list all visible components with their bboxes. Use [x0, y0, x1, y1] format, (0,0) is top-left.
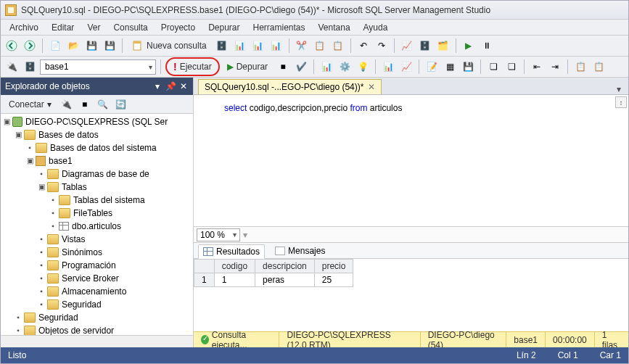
stop-icon[interactable]: ⏸ [479, 38, 495, 54]
menu-consulta[interactable]: Consulta [107, 21, 153, 34]
start-icon[interactable]: ▶ [461, 38, 477, 54]
actual-plan-icon[interactable]: 📊 [380, 59, 396, 75]
uncomment-icon[interactable]: ❏ [503, 59, 519, 75]
specify-template-icon[interactable]: 📋 [572, 59, 588, 75]
explorer-scrollbar[interactable] [1, 335, 193, 347]
tree-system-tables[interactable]: ▪Tablas del sistema [49, 194, 193, 207]
new-project-icon[interactable]: 📄 [47, 38, 63, 54]
comment-icon[interactable]: ❏ [485, 59, 501, 75]
tree-server[interactable]: ▣DIEGO-PC\SQLEXPRESS (SQL Ser [2, 115, 193, 128]
tree-label: Seguridad [37, 311, 80, 324]
col-precio[interactable]: precio [314, 260, 353, 273]
cell-precio[interactable]: 25 [314, 273, 353, 287]
sql-editor[interactable]: ↕ select codigo,descripcion,precio from … [194, 95, 628, 226]
cancel-query-icon[interactable]: ■ [275, 59, 291, 75]
menu-editar[interactable]: Editar [46, 21, 80, 34]
folder-icon [59, 195, 70, 205]
save-all-icon[interactable]: 💾 [102, 38, 118, 54]
decrease-indent-icon[interactable]: ⇤ [529, 59, 545, 75]
mdx-query-icon[interactable]: 📊 [232, 38, 248, 54]
document-tab[interactable]: SQLQuery10.sql -...EGO-PC\diego (54))* ✕ [198, 79, 382, 94]
close-icon[interactable]: ✕ [178, 81, 189, 91]
tree-databases[interactable]: ▣Bases de datos [14, 128, 193, 141]
menu-ventana[interactable]: Ventana [313, 21, 356, 34]
forward-button[interactable] [22, 38, 38, 54]
object-explorer-icon[interactable]: 🗂️ [435, 38, 451, 54]
connect-button[interactable]: Conectar ▾ [4, 96, 57, 112]
new-query-button[interactable]: Nueva consulta [127, 38, 212, 54]
tabstrip-dropdown[interactable]: ▾ [614, 84, 624, 94]
cell-descripcion[interactable]: peras [255, 273, 315, 287]
results-grid-icon[interactable]: ▦ [442, 59, 458, 75]
available-db-icon[interactable]: 🗄️ [22, 59, 38, 75]
menu-archivo[interactable]: Archivo [4, 21, 44, 34]
stop-icon[interactable]: ■ [77, 96, 93, 112]
tab-resultados[interactable]: Resultados [198, 244, 265, 259]
tree-seguridad-db[interactable]: ▪Seguridad [37, 298, 193, 311]
dmx-query-icon[interactable]: 📊 [250, 38, 266, 54]
db-engine-query-icon[interactable]: 🗄️ [214, 38, 230, 54]
estimated-plan-icon[interactable]: 📊 [318, 59, 334, 75]
splitter-icon[interactable]: ↕ [615, 96, 627, 108]
table-row[interactable]: 1 1 peras 25 [194, 273, 353, 287]
tree-diagramas[interactable]: ▪Diagramas de base de [37, 167, 193, 181]
tree-label: Bases de datos del sistema [49, 141, 158, 154]
results-file-icon[interactable]: 💾 [460, 59, 476, 75]
cut-icon[interactable]: ✂️ [294, 38, 310, 54]
disconnect-icon[interactable]: 🔌 [59, 96, 75, 112]
tab-mensajes[interactable]: Mensajes [271, 244, 329, 257]
parse-icon[interactable]: ✔️ [293, 59, 309, 75]
tree-vistas[interactable]: ▪Vistas [37, 233, 193, 246]
tree-base1[interactable]: ▣base1 [25, 154, 193, 167]
cell-codigo[interactable]: 1 [214, 273, 255, 287]
tree-filetables[interactable]: ▪FileTables [49, 207, 193, 220]
tree-tablas[interactable]: ▣Tablas [37, 181, 193, 194]
xmla-query-icon[interactable]: 📊 [268, 38, 284, 54]
sql-keyword: from [350, 103, 367, 113]
undo-icon[interactable]: ↶ [355, 38, 371, 54]
filter-icon[interactable]: 🔍 [95, 96, 111, 112]
results-text-icon[interactable]: 📝 [424, 59, 440, 75]
zoom-combobox[interactable]: 100 % [197, 228, 240, 241]
tree-service-broker[interactable]: ▪Service Broker [37, 272, 193, 285]
results-grid: codigo descripcion precio 1 1 peras 25 [194, 259, 353, 287]
close-icon[interactable]: ✕ [368, 82, 375, 92]
col-codigo[interactable]: codigo [214, 260, 255, 273]
registered-servers-icon[interactable]: 🗄️ [417, 38, 433, 54]
tree-seguridad[interactable]: ▪Seguridad [14, 311, 193, 324]
tree-system-databases[interactable]: ▪Bases de datos del sistema [25, 141, 193, 154]
debug-button[interactable]: ▶ Depurar [222, 59, 273, 75]
intellisense-icon[interactable]: 💡 [355, 59, 371, 75]
redo-icon[interactable]: ↷ [374, 38, 390, 54]
menu-ayuda[interactable]: Ayuda [358, 21, 394, 34]
execute-button[interactable]: ! Ejecutar [168, 59, 217, 75]
open-icon[interactable]: 📂 [65, 38, 81, 54]
paste-icon[interactable]: 📋 [330, 38, 346, 54]
change-connection-icon[interactable]: 🔌 [4, 59, 20, 75]
database-combobox[interactable]: base1 [40, 59, 156, 75]
tree-dbo-articulos[interactable]: ▪dbo.articulos [49, 220, 193, 233]
results-grid-wrap[interactable]: codigo descripcion precio 1 1 peras 25 [194, 259, 628, 331]
menu-ver[interactable]: Ver [81, 21, 106, 34]
copy-icon[interactable]: 📋 [312, 38, 328, 54]
pin-icon[interactable]: ▾ [152, 81, 163, 91]
query-options-icon[interactable]: ⚙️ [337, 59, 353, 75]
tree-almacenamiento[interactable]: ▪Almacenamiento [37, 285, 193, 298]
save-icon[interactable]: 💾 [83, 38, 99, 54]
back-button[interactable] [4, 38, 20, 54]
surround-with-icon[interactable]: 📋 [591, 59, 607, 75]
refresh-icon[interactable]: 🔄 [113, 96, 129, 112]
tree-sinonimos[interactable]: ▪Sinónimos [37, 246, 193, 259]
menu-depurar[interactable]: Depurar [202, 21, 245, 34]
menu-herramientas[interactable]: Herramientas [247, 21, 311, 34]
tree-server-objects[interactable]: ▪Objetos de servidor [14, 324, 193, 335]
autohide-icon[interactable]: 📌 [165, 81, 176, 91]
menu-proyecto[interactable]: Proyecto [155, 21, 201, 34]
col-descripcion[interactable]: descripcion [255, 260, 315, 273]
increase-indent-icon[interactable]: ⇥ [547, 59, 563, 75]
tree-label: Service Broker [60, 272, 120, 285]
activity-monitor-icon[interactable]: 📈 [399, 38, 415, 54]
tree-programacion[interactable]: ▪Programación [37, 259, 193, 272]
object-tree[interactable]: ▣DIEGO-PC\SQLEXPRESS (SQL Ser ▣Bases de … [1, 114, 193, 335]
client-stats-icon[interactable]: 📈 [398, 59, 414, 75]
